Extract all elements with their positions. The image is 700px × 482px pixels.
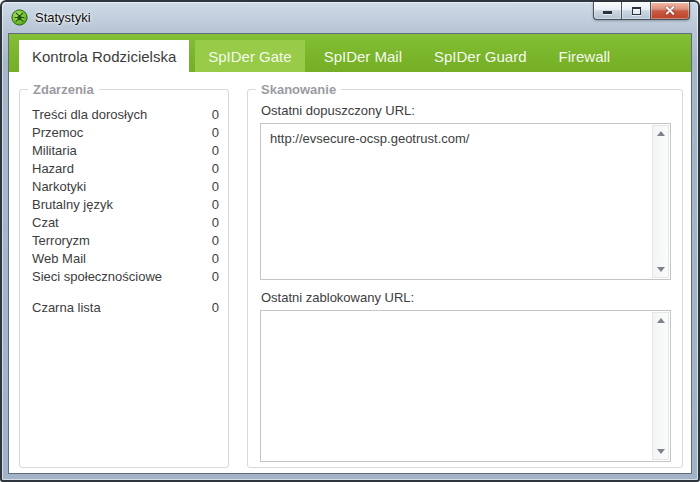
tab-kontrola-rodzicielska[interactable]: Kontrola Rodzicielska <box>19 40 189 72</box>
blocked-url-scrollbar[interactable] <box>652 312 669 460</box>
tab-firewall[interactable]: Firewall <box>546 40 624 72</box>
tab-page-parental-control: Zdarzenia Treści dla dorosłych 0 Przemoc… <box>9 72 691 473</box>
maximize-icon <box>632 7 641 15</box>
event-label: Treści dla dorosłych <box>32 106 147 124</box>
scroll-down-icon[interactable] <box>657 449 665 454</box>
tab-spider-guard[interactable]: SpIDer Guard <box>421 40 540 72</box>
event-label: Narkotyki <box>32 178 86 196</box>
window-title: Statystyki <box>35 10 91 25</box>
event-label: Czat <box>32 214 59 232</box>
maximize-button[interactable] <box>622 2 650 20</box>
caption-buttons <box>593 2 690 20</box>
event-row: Sieci społecznościowe 0 <box>32 268 219 286</box>
event-value: 0 <box>212 142 219 160</box>
event-value: 0 <box>212 124 219 142</box>
scroll-up-icon[interactable] <box>657 131 665 136</box>
close-icon <box>665 5 676 16</box>
event-row: Web Mail 0 <box>32 250 219 268</box>
event-row: Czat 0 <box>32 214 219 232</box>
event-row: Terroryzm 0 <box>32 232 219 250</box>
minimize-icon <box>603 11 612 14</box>
event-value: 0 <box>212 196 219 214</box>
event-label: Czarna lista <box>32 299 101 317</box>
event-label: Hazard <box>32 160 74 178</box>
event-label: Militaria <box>32 142 77 160</box>
event-value: 0 <box>212 299 219 317</box>
event-row: Przemoc 0 <box>32 124 219 142</box>
event-value: 0 <box>212 232 219 250</box>
event-label: Sieci społecznościowe <box>32 268 162 286</box>
event-label: Brutalny język <box>32 196 113 214</box>
events-group-title: Zdarzenia <box>28 82 99 97</box>
allowed-url-value: http://evsecure-ocsp.geotrust.com/ <box>261 124 670 152</box>
event-row: Treści dla dorosłych 0 <box>32 106 219 124</box>
event-value: 0 <box>212 160 219 178</box>
events-groupbox: Zdarzenia Treści dla dorosłych 0 Przemoc… <box>19 89 229 468</box>
allowed-url-scrollbar[interactable] <box>652 125 669 278</box>
event-label: Terroryzm <box>32 232 90 250</box>
blocked-url-value <box>261 311 670 324</box>
event-row: Brutalny język 0 <box>32 196 219 214</box>
blocked-url-textarea[interactable] <box>260 310 671 462</box>
minimize-button[interactable] <box>593 2 622 20</box>
close-button[interactable] <box>650 2 690 20</box>
blocked-url-label: Ostatni zablokowany URL: <box>261 290 671 305</box>
allowed-url-label: Ostatni dopuszczony URL: <box>261 103 671 118</box>
event-value: 0 <box>212 106 219 124</box>
scroll-down-icon[interactable] <box>657 267 665 272</box>
tab-spider-mail[interactable]: SpIDer Mail <box>311 40 415 72</box>
event-value: 0 <box>212 178 219 196</box>
event-label: Web Mail <box>32 250 86 268</box>
scanning-content: Ostatni dopuszczony URL: http://evsecure… <box>248 90 682 462</box>
event-label: Przemoc <box>32 124 83 142</box>
event-value: 0 <box>212 250 219 268</box>
allowed-url-textarea[interactable]: http://evsecure-ocsp.geotrust.com/ <box>260 123 671 280</box>
scanning-groupbox: Skanowanie Ostatni dopuszczony URL: http… <box>247 89 683 468</box>
client-area: Kontrola Rodzicielska SpIDer Gate SpIDer… <box>8 33 692 474</box>
statistics-window: Statystyki Kontrola Rodzicielska SpIDer … <box>0 0 700 482</box>
event-value: 0 <box>212 268 219 286</box>
event-row: Narkotyki 0 <box>32 178 219 196</box>
event-row: Militaria 0 <box>32 142 219 160</box>
tab-bar: Kontrola Rodzicielska SpIDer Gate SpIDer… <box>9 34 691 72</box>
spider-app-icon <box>11 9 28 26</box>
event-row-blacklist: Czarna lista 0 <box>32 299 219 317</box>
events-list: Treści dla dorosłych 0 Przemoc 0 Militar… <box>20 90 228 317</box>
event-row: Hazard 0 <box>32 160 219 178</box>
tab-spider-gate[interactable]: SpIDer Gate <box>195 40 304 72</box>
scroll-up-icon[interactable] <box>657 318 665 323</box>
scanning-group-title: Skanowanie <box>256 82 341 97</box>
event-value: 0 <box>212 214 219 232</box>
